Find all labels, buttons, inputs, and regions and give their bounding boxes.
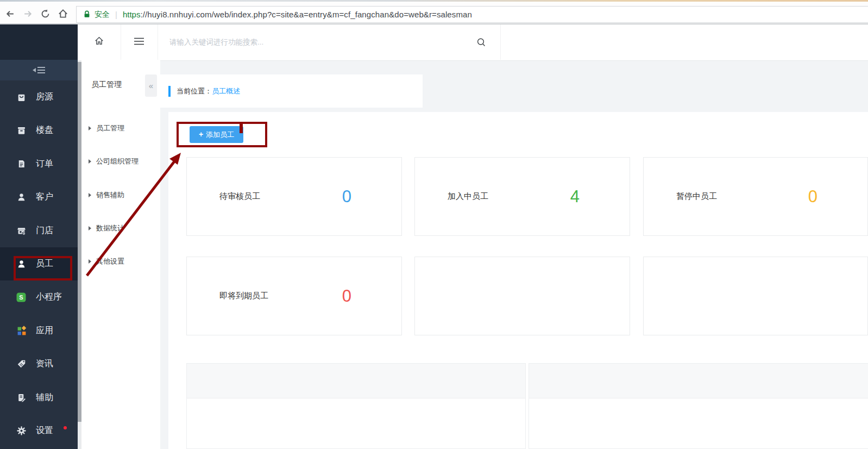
- submenu-collapse-button[interactable]: «: [145, 74, 157, 97]
- bottom-panel-header: [529, 364, 868, 398]
- submenu-item-label: 员工管理: [96, 123, 124, 133]
- stat-card-label: 待审核员工: [219, 191, 260, 202]
- primary-sidebar: 房源楼盘订单客户门店员工S小程序应用资讯辅助设置: [0, 24, 78, 449]
- bottom-panel-header: [187, 364, 525, 398]
- caret-right-icon: [89, 126, 91, 130]
- breadcrumb-label: 当前位置：: [177, 86, 212, 96]
- sidebar-item-11[interactable]: 设置: [0, 414, 78, 447]
- store-icon: [16, 225, 27, 236]
- sidebar-item-2[interactable]: 楼盘: [0, 114, 78, 147]
- svg-text:S: S: [19, 294, 23, 301]
- plus-icon: +: [199, 130, 203, 139]
- search-input[interactable]: [168, 38, 388, 47]
- sidebar-item-1[interactable]: 房源: [0, 80, 78, 114]
- stat-card-expiring: 即将到期员工0: [186, 257, 402, 335]
- sidebar-item-3[interactable]: 订单: [0, 147, 78, 180]
- browser-home-icon[interactable]: [58, 8, 68, 19]
- stat-card-label: 暂停中员工: [676, 191, 717, 202]
- sidebar-item-label: 门店: [36, 225, 53, 236]
- caret-right-icon: [89, 226, 91, 230]
- stat-card-value: 0: [342, 286, 351, 306]
- sidebar-item-label: 设置: [36, 425, 53, 436]
- sidebar-item-label: 订单: [36, 158, 53, 170]
- url-scheme: https: [123, 10, 141, 19]
- submenu-item-label: 公司组织管理: [96, 157, 139, 166]
- submenu-item-2[interactable]: 公司组织管理: [89, 156, 139, 167]
- search-icon[interactable]: [476, 38, 486, 49]
- stat-card-joining: 加入中员工4: [414, 157, 630, 236]
- sidebar-item-label: 楼盘: [36, 124, 53, 136]
- lock-icon: [83, 10, 91, 18]
- sidebar-item-5[interactable]: 门店: [0, 214, 78, 247]
- caret-right-icon: [89, 259, 91, 264]
- sidebar-item-label: 辅助: [36, 392, 53, 403]
- stat-card-value: 0: [342, 187, 351, 207]
- sidebar-item-9[interactable]: 资讯: [0, 347, 78, 381]
- function-search: [158, 24, 501, 60]
- sidebar-item-10[interactable]: 辅助: [0, 381, 78, 414]
- home-icon: [93, 35, 105, 49]
- security-label: 安全: [95, 10, 110, 20]
- sidebar-item-label: 房源: [36, 91, 53, 103]
- address-separator: |: [115, 10, 117, 19]
- home-button[interactable]: [78, 24, 121, 60]
- stat-card-value: 4: [570, 187, 580, 207]
- building-icon: [16, 125, 27, 136]
- breadcrumb-link[interactable]: 员工概述: [212, 86, 240, 96]
- submenu-item-1[interactable]: 员工管理: [89, 123, 124, 134]
- submenu-title: 员工管理: [91, 80, 122, 90]
- apps-icon: [16, 325, 27, 336]
- add-staff-label: 添加员工: [206, 130, 234, 140]
- stat-card-label: 加入中员工: [448, 191, 488, 202]
- caret-right-icon: [89, 193, 91, 197]
- breadcrumb-accent-bar: [168, 86, 171, 97]
- reload-icon[interactable]: [40, 8, 51, 19]
- submenu-item-label: 其他设置: [96, 257, 124, 266]
- order-icon: [16, 158, 27, 169]
- assist-icon: [16, 392, 27, 403]
- submenu-item-4[interactable]: 数据统计: [89, 223, 124, 234]
- sidebar-top-spacer: [0, 24, 78, 60]
- collapse-menu-icon: [37, 67, 45, 73]
- secondary-sidebar: [81, 60, 160, 449]
- stat-card-empty-1: [414, 257, 630, 335]
- notification-badge: [64, 426, 67, 429]
- browser-toolbar: 安全 | https://huyi8.nnhuyi.com/web/index.…: [0, 2, 868, 24]
- miniprogram-icon: S: [16, 292, 27, 303]
- add-staff-button[interactable]: + 添加员工: [190, 126, 243, 143]
- bag-icon: [16, 92, 27, 103]
- stat-card-suspended: 暂停中员工0: [643, 157, 868, 236]
- caret-right-icon: [89, 159, 91, 164]
- sidebar-item-8[interactable]: 应用: [0, 314, 78, 347]
- hamburger-icon: [133, 37, 145, 48]
- menu-button[interactable]: [121, 24, 158, 60]
- stat-card-label: 即将到期员工: [219, 291, 268, 301]
- submenu-item-3[interactable]: 销售辅助: [89, 190, 124, 201]
- stat-card-pending-review: 待审核员工0: [186, 157, 402, 236]
- address-bar[interactable]: 安全 | https://huyi8.nnhuyi.com/web/index.…: [76, 6, 868, 23]
- forward-icon[interactable]: [22, 8, 33, 19]
- sidebar-item-label: 资讯: [36, 358, 53, 370]
- submenu-item-label: 销售辅助: [96, 190, 124, 200]
- sidebar-scrollbar-thumb[interactable]: [78, 62, 81, 422]
- back-icon[interactable]: [4, 8, 15, 19]
- settings-icon: [16, 426, 27, 436]
- sidebar-collapse-button[interactable]: [0, 60, 78, 80]
- screen: 安全 | https://huyi8.nnhuyi.com/web/index.…: [0, 0, 868, 449]
- collapse-arrow-icon: [33, 68, 36, 72]
- submenu-item-label: 数据统计: [96, 223, 124, 233]
- staff-icon: [16, 259, 27, 270]
- submenu-item-5[interactable]: 其他设置: [89, 256, 124, 267]
- customer-icon: [16, 192, 27, 203]
- stat-card-value: 0: [808, 187, 817, 207]
- sidebar-item-6[interactable]: 员工: [0, 247, 78, 280]
- sidebar-item-4[interactable]: 客户: [0, 180, 78, 214]
- sidebar-item-label: 应用: [36, 325, 53, 336]
- app-topbar: [78, 24, 868, 61]
- sidebar-item-label: 员工: [36, 258, 53, 270]
- url-text: ://huyi8.nnhuyi.com/web/index.php?c=site…: [140, 10, 471, 19]
- stat-card-empty-2: [643, 257, 868, 335]
- bottom-panel-left: [186, 363, 526, 449]
- sidebar-item-7[interactable]: S小程序: [0, 280, 78, 314]
- bottom-panel-right: [529, 363, 868, 449]
